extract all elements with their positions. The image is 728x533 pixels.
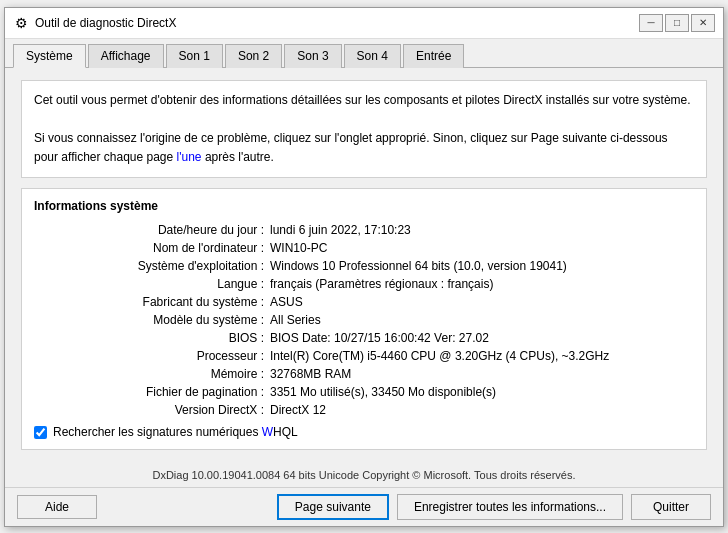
label-computer: Nom de l'ordinateur :	[34, 241, 264, 255]
table-row: BIOS : BIOS Date: 10/27/15 16:00:42 Ver:…	[34, 331, 694, 345]
value-directx: DirectX 12	[270, 403, 694, 417]
tab-son1[interactable]: Son 1	[166, 44, 223, 68]
table-row: Mémoire : 32768MB RAM	[34, 367, 694, 381]
close-button[interactable]: ✕	[691, 14, 715, 32]
description-line2: Si vous connaissez l'origine de ce probl…	[34, 129, 694, 167]
value-computer: WIN10-PC	[270, 241, 694, 255]
label-maker: Fabricant du système :	[34, 295, 264, 309]
page-suivante-button[interactable]: Page suivante	[277, 494, 389, 520]
whql-checkbox[interactable]	[34, 426, 47, 439]
table-row: Modèle du système : All Series	[34, 313, 694, 327]
main-window: ⚙ Outil de diagnostic DirectX ─ □ ✕ Syst…	[4, 7, 724, 527]
right-buttons: Page suivante Enregistrer toutes les inf…	[277, 494, 711, 520]
window-title: Outil de diagnostic DirectX	[35, 16, 639, 30]
table-row: Version DirectX : DirectX 12	[34, 403, 694, 417]
tab-son3[interactable]: Son 3	[284, 44, 341, 68]
value-lang: français (Paramètres régionaux : françai…	[270, 277, 694, 291]
value-bios: BIOS Date: 10/27/15 16:00:42 Ver: 27.02	[270, 331, 694, 345]
bottom-bar: Aide Page suivante Enregistrer toutes le…	[5, 487, 723, 526]
tab-entree[interactable]: Entrée	[403, 44, 464, 68]
restore-button[interactable]: □	[665, 14, 689, 32]
table-row: Système d'exploitation : Windows 10 Prof…	[34, 259, 694, 273]
enregistrer-button[interactable]: Enregistrer toutes les informations...	[397, 494, 623, 520]
quitter-button[interactable]: Quitter	[631, 494, 711, 520]
table-row: Fichier de pagination : 3351 Mo utilisé(…	[34, 385, 694, 399]
label-pagefile: Fichier de pagination :	[34, 385, 264, 399]
table-row: Nom de l'ordinateur : WIN10-PC	[34, 241, 694, 255]
label-directx: Version DirectX :	[34, 403, 264, 417]
value-date: lundi 6 juin 2022, 17:10:23	[270, 223, 694, 237]
title-bar-buttons: ─ □ ✕	[639, 14, 715, 32]
table-row: Date/heure du jour : lundi 6 juin 2022, …	[34, 223, 694, 237]
label-bios: BIOS :	[34, 331, 264, 345]
aide-button[interactable]: Aide	[17, 495, 97, 519]
table-row: Langue : français (Paramètres régionaux …	[34, 277, 694, 291]
table-row: Processeur : Intel(R) Core(TM) i5-4460 C…	[34, 349, 694, 363]
value-maker: ASUS	[270, 295, 694, 309]
title-bar: ⚙ Outil de diagnostic DirectX ─ □ ✕	[5, 8, 723, 39]
label-memory: Mémoire :	[34, 367, 264, 381]
value-os: Windows 10 Professionnel 64 bits (10.0, …	[270, 259, 694, 273]
label-os: Système d'exploitation :	[34, 259, 264, 273]
tab-systeme[interactable]: Système	[13, 44, 86, 68]
lune-link[interactable]: l'une	[177, 150, 202, 164]
whql-checkbox-row: Rechercher les signatures numériques WHQ…	[34, 425, 694, 439]
label-lang: Langue :	[34, 277, 264, 291]
label-date: Date/heure du jour :	[34, 223, 264, 237]
main-content: Cet outil vous permet d'obtenir des info…	[5, 68, 723, 463]
whql-link[interactable]: W	[262, 425, 273, 439]
section-title: Informations système	[34, 199, 694, 213]
tab-son2[interactable]: Son 2	[225, 44, 282, 68]
value-memory: 32768MB RAM	[270, 367, 694, 381]
system-info-section: Informations système Date/heure du jour …	[21, 188, 707, 450]
tab-bar: Système Affichage Son 1 Son 2 Son 3 Son …	[5, 39, 723, 68]
minimize-button[interactable]: ─	[639, 14, 663, 32]
table-row: Fabricant du système : ASUS	[34, 295, 694, 309]
copyright-text: DxDiag 10.00.19041.0084 64 bits Unicode …	[5, 469, 723, 481]
value-cpu: Intel(R) Core(TM) i5-4460 CPU @ 3.20GHz …	[270, 349, 694, 363]
description-box: Cet outil vous permet d'obtenir des info…	[21, 80, 707, 179]
label-model: Modèle du système :	[34, 313, 264, 327]
tab-son4[interactable]: Son 4	[344, 44, 401, 68]
description-line1: Cet outil vous permet d'obtenir des info…	[34, 91, 694, 110]
app-icon: ⚙	[13, 15, 29, 31]
value-model: All Series	[270, 313, 694, 327]
label-cpu: Processeur :	[34, 349, 264, 363]
whql-label: Rechercher les signatures numériques WHQ…	[53, 425, 298, 439]
value-pagefile: 3351 Mo utilisé(s), 33450 Mo disponible(…	[270, 385, 694, 399]
tab-affichage[interactable]: Affichage	[88, 44, 164, 68]
